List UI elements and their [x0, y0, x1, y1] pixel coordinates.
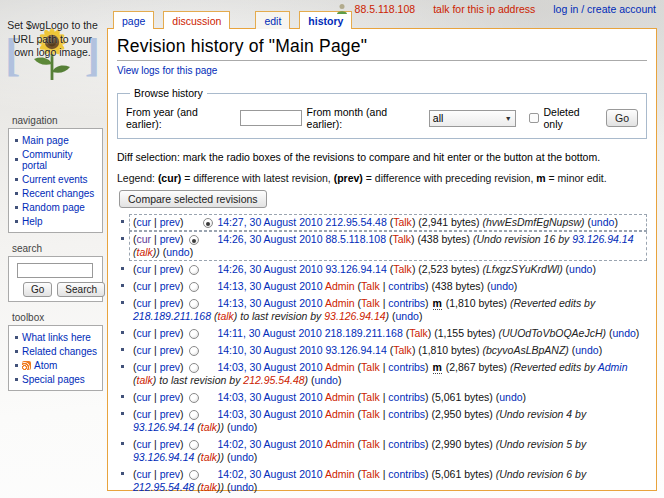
talk-link[interactable]: Talk: [393, 263, 412, 275]
oldid-radio[interactable]: [189, 329, 199, 339]
cur-link[interactable]: cur: [137, 233, 152, 245]
sidebar-item-recent-changes[interactable]: Recent changes: [13, 186, 100, 200]
oldid-radio[interactable]: [189, 470, 199, 480]
undo-link[interactable]: undo: [166, 246, 189, 258]
comment-user-link[interactable]: Admin: [598, 361, 628, 373]
from-month-select[interactable]: all ▼: [429, 110, 516, 127]
cur-link[interactable]: cur: [137, 263, 152, 275]
user-link[interactable]: 93.126.94.14: [325, 344, 386, 356]
cur-link[interactable]: cur: [137, 297, 152, 309]
user-link[interactable]: 93.126.94.14: [325, 263, 386, 275]
search-input[interactable]: [17, 263, 93, 278]
talk-link[interactable]: Talk: [392, 233, 411, 245]
prev-link[interactable]: prev: [160, 280, 180, 292]
toolbox-link[interactable]: What links here: [22, 332, 91, 343]
timestamp-link[interactable]: 14:03, 30 August 2010: [217, 408, 322, 420]
talk-link[interactable]: Talk: [361, 468, 380, 480]
undo-link[interactable]: undo: [499, 391, 522, 403]
comment-user-link[interactable]: 212.95.54.48: [243, 374, 304, 386]
contribs-link[interactable]: contribs: [388, 280, 425, 292]
prev-link[interactable]: prev: [160, 233, 180, 245]
toolbox-item-what-links-here[interactable]: What links here: [13, 330, 100, 344]
undo-link[interactable]: undo: [315, 374, 338, 386]
toolbox-item-atom[interactable]: Atom: [13, 358, 100, 372]
talk-link[interactable]: Talk: [361, 408, 380, 420]
timestamp-link[interactable]: 14:26, 30 August 2010: [217, 263, 322, 275]
comment-user-link[interactable]: 93.126.94.14: [572, 233, 633, 245]
user-link[interactable]: 212.95.54.48: [325, 216, 386, 228]
contribs-link[interactable]: contribs: [388, 408, 425, 420]
deleted-only-checkbox[interactable]: [529, 113, 539, 123]
cur-link[interactable]: cur: [137, 361, 152, 373]
cur-link[interactable]: cur: [137, 468, 152, 480]
compare-selected-revisions-button[interactable]: Compare selected revisions: [119, 190, 267, 208]
timestamp-link[interactable]: 14:10, 30 August 2010: [217, 344, 322, 356]
toolbox-item-related-changes[interactable]: Related changes: [13, 344, 100, 358]
timestamp-link[interactable]: 14:02, 30 August 2010: [217, 438, 322, 450]
user-page-link[interactable]: 88.5.118.108: [355, 3, 416, 15]
prev-link[interactable]: prev: [160, 408, 180, 420]
cur-link[interactable]: cur: [137, 391, 152, 403]
undo-link[interactable]: undo: [231, 451, 254, 463]
wiki-logo[interactable]: [ ] Set $wgLogo to the URL path to your …: [4, 6, 101, 105]
talk-link[interactable]: Talk: [361, 297, 380, 309]
contribs-link[interactable]: contribs: [388, 297, 425, 309]
prev-link[interactable]: prev: [160, 297, 180, 309]
user-link[interactable]: 88.5.118.108: [325, 233, 386, 245]
undo-link[interactable]: undo: [591, 216, 614, 228]
login-link[interactable]: log in / create account: [553, 3, 656, 15]
sidebar-item-help[interactable]: Help: [13, 214, 100, 228]
oldid-radio[interactable]: [189, 282, 199, 292]
tab-edit[interactable]: edit: [255, 11, 290, 29]
undo-link[interactable]: undo: [396, 310, 419, 322]
sidebar-item-random-page[interactable]: Random page: [13, 200, 100, 214]
talk-link[interactable]: Talk: [361, 361, 380, 373]
comment-talk-link[interactable]: talk: [201, 481, 217, 493]
cur-link[interactable]: cur: [137, 438, 152, 450]
sidebar-link[interactable]: Random page: [22, 202, 85, 213]
timestamp-link[interactable]: 14:27, 30 August 2010: [217, 216, 322, 228]
talk-link[interactable]: Talk: [393, 216, 412, 228]
oldid-radio[interactable]: [189, 440, 199, 450]
toolbox-link[interactable]: Atom: [34, 360, 57, 371]
toolbox-link[interactable]: Related changes: [22, 346, 97, 357]
prev-link[interactable]: prev: [160, 468, 180, 480]
talk-link[interactable]: Talk: [361, 438, 380, 450]
comment-user-link[interactable]: 93.126.94.14: [133, 451, 194, 463]
timestamp-link[interactable]: 14:11, 30 August 2010: [217, 327, 321, 339]
sidebar-item-current-events[interactable]: Current events: [13, 172, 100, 186]
prev-link[interactable]: prev: [160, 263, 180, 275]
sidebar-link[interactable]: Community portal: [22, 149, 100, 171]
undo-link[interactable]: undo: [490, 280, 513, 292]
talk-link[interactable]: Talk: [361, 280, 380, 292]
timestamp-link[interactable]: 14:03, 30 August 2010: [217, 361, 322, 373]
tab-page[interactable]: page: [113, 11, 154, 29]
talk-link[interactable]: Talk: [409, 327, 428, 339]
comment-user-link[interactable]: 93.126.94.14: [133, 421, 194, 433]
prev-link[interactable]: prev: [160, 216, 180, 228]
timestamp-link[interactable]: 14:03, 30 August 2010: [217, 391, 322, 403]
oldid-radio[interactable]: [189, 393, 199, 403]
search-button[interactable]: Search: [57, 282, 105, 297]
comment-talk-link[interactable]: talk: [201, 421, 217, 433]
timestamp-link[interactable]: 14:02, 30 August 2010: [217, 468, 322, 480]
comment-talk-link[interactable]: talk: [137, 246, 153, 258]
contribs-link[interactable]: contribs: [388, 438, 425, 450]
tab-discussion[interactable]: discussion: [163, 11, 230, 29]
prev-link[interactable]: prev: [160, 344, 180, 356]
oldid-radio[interactable]: [189, 235, 199, 245]
sidebar-link[interactable]: Recent changes: [22, 188, 94, 199]
user-link[interactable]: Admin: [325, 280, 355, 292]
user-link[interactable]: 218.189.211.168: [325, 327, 403, 339]
user-link[interactable]: Admin: [325, 297, 355, 309]
from-year-input[interactable]: [240, 110, 302, 126]
timestamp-link[interactable]: 14:13, 30 August 2010: [217, 280, 322, 292]
undo-link[interactable]: undo: [569, 263, 592, 275]
timestamp-link[interactable]: 14:13, 30 August 2010: [217, 297, 322, 309]
cur-link[interactable]: cur: [137, 280, 152, 292]
cur-link[interactable]: cur: [137, 327, 152, 339]
user-link[interactable]: Admin: [325, 391, 355, 403]
talk-link[interactable]: Talk: [361, 391, 380, 403]
sidebar-link[interactable]: Help: [22, 216, 43, 227]
browse-go-button[interactable]: Go: [606, 109, 638, 127]
